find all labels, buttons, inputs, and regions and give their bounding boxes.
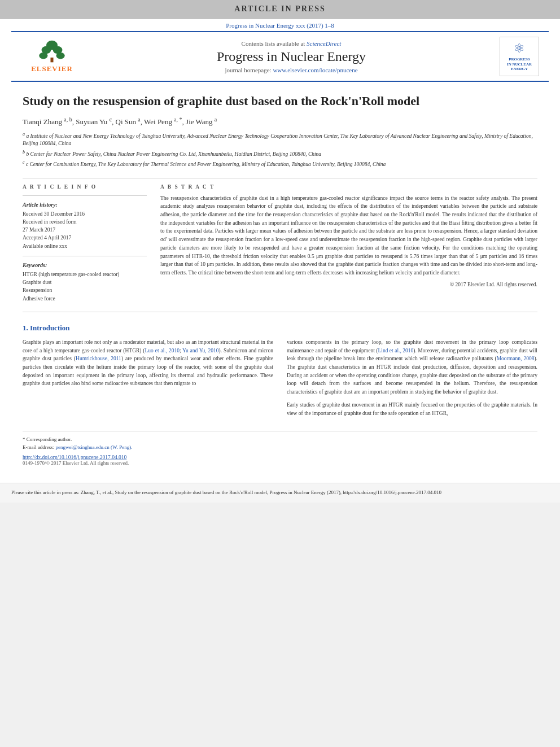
intro-left-text: Graphite plays an important role not onl… — [23, 338, 273, 388]
ref-yu[interactable]: Yu and Yu, 2010 — [182, 348, 218, 353]
introduction-columns: Graphite plays an important role not onl… — [23, 338, 537, 422]
article-info-column: A R T I C L E I N F O Article history: R… — [23, 184, 147, 303]
abstract-label: A B S T R A C T — [160, 184, 537, 190]
footnote-text: * Corresponding author. E-mail address: … — [23, 436, 537, 451]
main-content: Study on the resuspension of graphite du… — [0, 82, 560, 477]
affiliation-a: a a Institute of Nuclear and New Energy … — [23, 131, 537, 148]
atom-icon: ⚛ — [514, 41, 525, 56]
keyword-1: Graphite dust — [23, 278, 147, 286]
journal-homepage: journal homepage: www.elsevier.com/locat… — [86, 67, 497, 73]
journal-ref-line: Progress in Nuclear Energy xxx (2017) 1–… — [0, 19, 560, 31]
history-item-2: 27 March 2017 — [23, 226, 147, 234]
journal-header-right: ⚛ PROGRESSIN NUCLEARENERGY — [497, 37, 542, 76]
divider-2 — [23, 312, 537, 312]
divider-info — [23, 195, 147, 196]
author-wei: Wei Peng a, * — [144, 117, 182, 126]
ref-moormann[interactable]: Moormann, 2008 — [497, 356, 535, 361]
affiliation-c: c c Center for Combustion Energy, The Ke… — [23, 159, 537, 168]
article-info-abstract: A R T I C L E I N F O Article history: R… — [23, 184, 537, 303]
author-qi: Qi Sun a — [116, 117, 141, 126]
sciencedirect-label: Contents lists available at — [242, 40, 305, 47]
logo-text: PROGRESSIN NUCLEARENERGY — [507, 57, 532, 71]
intro-right-col: various components in the primary loop, … — [287, 338, 537, 422]
affiliations: a a Institute of Nuclear and New Energy … — [23, 131, 537, 169]
journal-logo-box: ⚛ PROGRESSIN NUCLEARENERGY — [500, 37, 539, 76]
homepage-label: journal homepage: — [225, 67, 271, 73]
intro-para-0: Graphite plays an important role not onl… — [23, 338, 273, 388]
svg-point-3 — [39, 53, 47, 59]
article-title: Study on the resuspension of graphite du… — [23, 93, 537, 110]
ref-humrickhouse[interactable]: Humrickhouse, 2011 — [76, 356, 121, 361]
svg-rect-5 — [50, 58, 53, 62]
sciencedirect-line: Contents lists available at ScienceDirec… — [86, 40, 497, 47]
journal-header-left: ELSEVIER — [18, 40, 86, 73]
history-item-3: Accepted 4 April 2017 — [23, 234, 147, 242]
email-link[interactable]: pengwei@tsinghua.edu.cn (W. Peng). — [55, 444, 132, 450]
corresponding-label: * Corresponding author. — [23, 436, 72, 442]
sciencedirect-link[interactable]: ScienceDirect — [307, 40, 341, 47]
divider-keywords — [23, 256, 147, 256]
keyword-3: Adhesive force — [23, 295, 147, 303]
article-info-label: A R T I C L E I N F O — [23, 184, 147, 190]
history-item-1: Received in revised form — [23, 218, 147, 226]
journal-ref-text: Progress in Nuclear Energy xxx (2017) 1–… — [226, 22, 334, 29]
citation-text: Please cite this article in press as: Zh… — [11, 490, 441, 495]
abstract-text: The resuspension characteristics of grap… — [160, 194, 537, 277]
keywords-label: Keywords: — [23, 262, 147, 268]
citation-bar: Please cite this article in press as: Zh… — [0, 483, 560, 503]
history-items: Received 30 December 2016 Received in re… — [23, 210, 147, 250]
author-tianqi: Tianqi Zhang a, b — [23, 117, 72, 126]
authors-line: Tianqi Zhang a, b, Suyuan Yu c, Qi Sun a… — [23, 116, 537, 126]
history-item-4: Available online xxx — [23, 242, 147, 250]
page: ARTICLE IN PRESS Progress in Nuclear Ene… — [0, 0, 560, 503]
intro-para-2: Early studies of graphite dust movement … — [287, 401, 537, 417]
intro-left-col: Graphite plays an important role not onl… — [23, 338, 273, 422]
history-item-0: Received 30 December 2016 — [23, 210, 147, 218]
intro-para-1: various components in the primary loop, … — [287, 338, 537, 396]
keywords-section: Keywords: HTGR (high temperature gas-coo… — [23, 262, 147, 303]
journal-header-center: Contents lists available at ScienceDirec… — [86, 40, 497, 73]
article-in-press-banner: ARTICLE IN PRESS — [0, 0, 560, 19]
copyright-line: © 2017 Elsevier Ltd. All rights reserved… — [160, 282, 537, 287]
affiliation-b: b b Center for Nuclear Power Safety, Chi… — [23, 149, 537, 158]
author-suyuan: Suyuan Yu c — [76, 117, 112, 126]
elsevier-tree-icon — [35, 40, 69, 63]
footnote-divider — [23, 431, 537, 431]
elsevier-logo: ELSEVIER — [24, 40, 80, 73]
keyword-0: HTGR (high temperature gas-cooled reacto… — [23, 270, 147, 278]
divider-1 — [23, 178, 537, 178]
doi-link[interactable]: http://dx.doi.org/10.1016/j.pnucene.2017… — [23, 455, 537, 460]
ref-lind[interactable]: Lind et al., 2010 — [378, 348, 413, 353]
abstract-column: A B S T R A C T The resuspension charact… — [160, 184, 537, 303]
intro-right-text: various components in the primary loop, … — [287, 338, 537, 417]
elsevier-brand-text: ELSEVIER — [31, 64, 73, 73]
banner-text: ARTICLE IN PRESS — [234, 5, 325, 13]
svg-point-4 — [56, 53, 65, 59]
ref-luo[interactable]: Luo et al., 2010 — [145, 348, 180, 353]
keyword-2: Resuspension — [23, 286, 147, 294]
rights-text: 0149-1970/© 2017 Elsevier Ltd. All right… — [23, 460, 537, 466]
email-label: E-mail address: — [23, 444, 54, 450]
journal-title: Progress in Nuclear Energy — [86, 49, 497, 64]
history-label: Article history: — [23, 202, 147, 208]
introduction-title: 1. Introduction — [23, 324, 537, 333]
homepage-link[interactable]: www.elsevier.com/locate/pnucene — [273, 67, 357, 73]
author-jie: Jie Wang a — [186, 117, 217, 126]
journal-header: ELSEVIER Contents lists available at Sci… — [11, 31, 549, 82]
